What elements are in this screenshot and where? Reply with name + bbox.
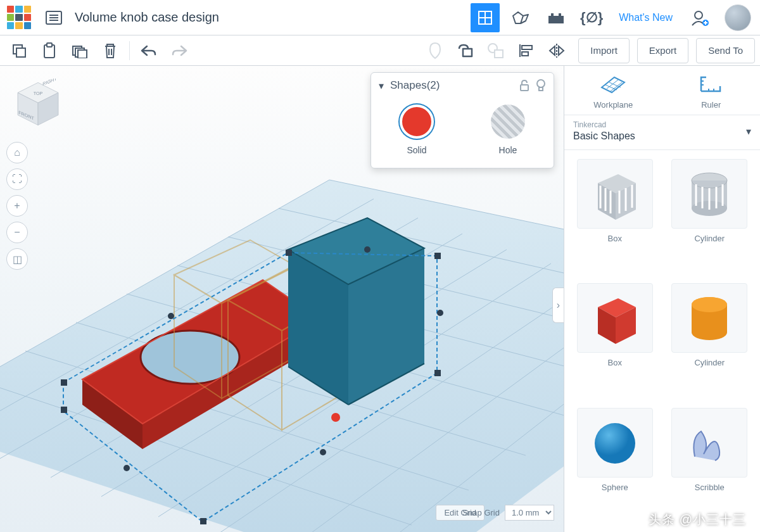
- paste-icon[interactable]: [35, 38, 63, 63]
- main-area: TOP FRONT RIGHT ⌂ ⛶ + − ◫ ▾ Shapes(2): [0, 66, 760, 532]
- svg-rect-65: [434, 370, 441, 376]
- svg-rect-66: [434, 253, 441, 259]
- svg-point-71: [437, 310, 443, 316]
- svg-rect-67: [286, 250, 292, 256]
- mode-code-icon[interactable]: {∅}: [577, 3, 606, 32]
- shape-label: Cylinder: [694, 234, 725, 243]
- svg-rect-68: [61, 379, 67, 386]
- chevron-down-icon[interactable]: ▾: [379, 80, 384, 92]
- svg-rect-82: [539, 87, 543, 91]
- ortho-toggle-icon[interactable]: ◫: [6, 248, 28, 270]
- svg-point-115: [595, 423, 635, 464]
- mode-3d-icon[interactable]: [471, 3, 500, 32]
- mirror-icon[interactable]: [543, 38, 571, 63]
- svg-rect-24: [522, 52, 528, 56]
- toolbar: Import Export Send To: [0, 35, 760, 66]
- unlock-icon[interactable]: [519, 80, 529, 91]
- user-avatar[interactable]: [725, 4, 751, 31]
- svg-point-7: [695, 11, 702, 19]
- shape-label: Scribble: [695, 483, 725, 492]
- invite-user-icon[interactable]: [685, 3, 714, 32]
- fit-view-icon[interactable]: ⛶: [6, 168, 28, 190]
- svg-text:RIGHT: RIGHT: [42, 79, 57, 87]
- pivot-dot: [331, 413, 340, 422]
- shape-label: Box: [608, 234, 622, 243]
- svg-point-72: [364, 246, 370, 253]
- whats-new-link[interactable]: What's New: [612, 12, 679, 23]
- shape-label: Cylinder: [694, 358, 725, 367]
- duplicate-icon[interactable]: [66, 38, 94, 63]
- lightbulb-icon[interactable]: [536, 79, 546, 92]
- category-selector[interactable]: Tinkercad Basic Shapes ▾: [564, 115, 760, 150]
- mode-bricks-icon[interactable]: [542, 3, 571, 32]
- zoom-in-icon[interactable]: +: [6, 195, 28, 217]
- shape-box-hole[interactable]: Box: [571, 159, 659, 274]
- svg-point-73: [168, 313, 174, 319]
- provider-label: Tinkercad: [573, 120, 746, 129]
- project-title-input[interactable]: [75, 10, 277, 25]
- svg-rect-17: [78, 50, 87, 58]
- svg-rect-63: [61, 407, 67, 413]
- svg-line-86: [607, 80, 618, 89]
- home-view-icon[interactable]: ⌂: [6, 142, 28, 163]
- nav-controls: ⌂ ⛶ + − ◫: [6, 142, 28, 270]
- canvas[interactable]: TOP FRONT RIGHT ⌂ ⛶ + − ◫ ▾ Shapes(2): [0, 66, 564, 532]
- shape-label: Box: [608, 358, 622, 367]
- inspector-title: Shapes(2): [390, 79, 513, 92]
- redo-icon: [165, 38, 193, 63]
- svg-point-69: [124, 465, 130, 471]
- solid-option[interactable]: Solid: [371, 104, 462, 155]
- app-header: {∅} What's New: [0, 0, 760, 35]
- send-to-button[interactable]: Send To: [696, 38, 755, 63]
- svg-point-114: [692, 297, 727, 312]
- svg-rect-64: [200, 518, 206, 524]
- svg-rect-21: [495, 50, 503, 58]
- shape-cylinder-orange[interactable]: Cylinder: [666, 283, 754, 398]
- shape-cylinder-hole[interactable]: Cylinder: [666, 159, 754, 274]
- ruler-tool[interactable]: Ruler: [662, 66, 761, 115]
- snap-grid-label: Snap Grid: [462, 508, 500, 517]
- svg-rect-80: [521, 85, 528, 91]
- shape-inspector: ▾ Shapes(2) Solid Hole: [370, 72, 554, 168]
- svg-marker-83: [602, 77, 624, 92]
- zoom-out-icon[interactable]: −: [6, 222, 28, 243]
- panel-collapse-icon[interactable]: ›: [552, 288, 564, 323]
- copy-icon[interactable]: [5, 38, 33, 63]
- shape-label: Sphere: [602, 483, 628, 492]
- solid-label: Solid: [407, 145, 426, 155]
- export-button[interactable]: Export: [637, 38, 688, 63]
- mode-blocks-icon[interactable]: [506, 3, 535, 32]
- svg-rect-23: [522, 46, 532, 49]
- snap-grid-select[interactable]: 1.0 mm: [505, 505, 554, 521]
- svg-text:TOP: TOP: [34, 91, 43, 96]
- ungroup-icon: [482, 38, 510, 63]
- shapes-panel: Workplane Ruler Tinkercad Basic Shapes ▾…: [564, 66, 760, 532]
- shape-library: Box Cylinder Box Cylinder Sphere Scribbl…: [564, 150, 760, 532]
- align-icon[interactable]: [512, 38, 540, 63]
- svg-point-81: [537, 80, 545, 87]
- viewcube[interactable]: TOP FRONT RIGHT: [13, 79, 63, 129]
- shape-box-red[interactable]: Box: [571, 283, 659, 398]
- ruler-label: Ruler: [701, 100, 721, 110]
- workplane-tool[interactable]: Workplane: [564, 66, 662, 115]
- delete-icon[interactable]: [96, 38, 124, 63]
- shape-sphere[interactable]: Sphere: [571, 408, 659, 523]
- hole-label: Hole: [499, 145, 517, 155]
- workplane-label: Workplane: [593, 100, 633, 110]
- svg-rect-14: [47, 43, 52, 47]
- svg-rect-12: [16, 48, 25, 57]
- tinkercad-logo[interactable]: [5, 4, 33, 32]
- design-list-icon[interactable]: [39, 3, 68, 32]
- shape-scribble[interactable]: Scribble: [666, 408, 754, 523]
- chevron-down-icon: ▾: [746, 125, 751, 137]
- visibility-icon[interactable]: [421, 38, 449, 63]
- hole-option[interactable]: Hole: [462, 104, 554, 155]
- import-button[interactable]: Import: [578, 38, 630, 63]
- category-label: Basic Shapes: [573, 130, 746, 142]
- group-icon[interactable]: [452, 38, 479, 63]
- snap-grid-control: Snap Grid 1.0 mm: [462, 505, 554, 521]
- svg-point-70: [320, 449, 326, 455]
- undo-icon[interactable]: [135, 38, 163, 63]
